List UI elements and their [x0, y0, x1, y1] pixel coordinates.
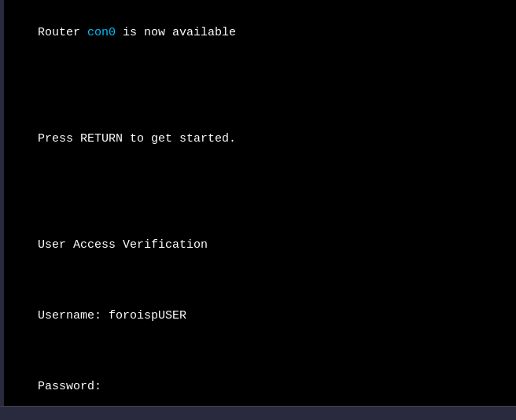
terminal-line-12: Password: — [9, 360, 507, 406]
text-username: Username: foroispUSER — [38, 309, 186, 322]
left-border — [0, 0, 4, 406]
text-router: Router — [38, 26, 87, 39]
terminal-line-11: Username: foroispUSER — [9, 289, 507, 343]
text-user-access: User Access Verification — [38, 238, 208, 252]
terminal-line-1: Router con0 is now available — [9, 6, 507, 60]
terminal-line-5: Press RETURN to get started. — [9, 112, 507, 166]
text-password: Password: — [38, 380, 101, 393]
terminal[interactable]: Router con0 is now available Press RETUR… — [0, 0, 516, 406]
terminal-line-9: User Access Verification — [9, 219, 507, 272]
text-con0: con0 — [87, 26, 116, 39]
text-available: is now available — [116, 26, 236, 39]
text-press-return: Press RETURN to get started. — [38, 132, 236, 146]
statusbar — [0, 406, 516, 420]
